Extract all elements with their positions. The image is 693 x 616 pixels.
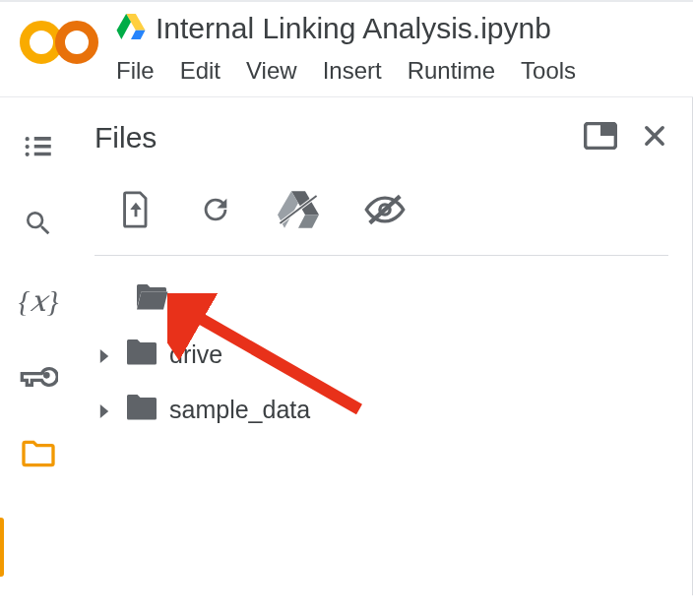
hide-hidden-icon[interactable] <box>364 193 406 230</box>
svg-rect-3 <box>600 123 615 136</box>
files-panel-title: Files <box>94 121 157 154</box>
menu-view[interactable]: View <box>246 57 297 85</box>
tree-item-label[interactable]: drive <box>169 340 222 369</box>
folder-open-icon <box>134 281 169 317</box>
main: {𝑥} Files <box>0 97 693 595</box>
menu-tools[interactable]: Tools <box>521 57 576 85</box>
mount-drive-icon[interactable] <box>278 191 319 232</box>
files-panel-header: Files <box>94 121 668 154</box>
title-area: Internal Linking Analysis.ipynb File Edi… <box>116 12 576 91</box>
tree-row[interactable]: drive <box>94 327 668 382</box>
expand-icon[interactable] <box>94 396 114 424</box>
tree-row[interactable]: sample_data <box>94 382 668 437</box>
menu-edit[interactable]: Edit <box>180 57 220 85</box>
folder-icon <box>124 392 159 427</box>
menu-insert[interactable]: Insert <box>323 57 382 85</box>
left-rail: {𝑥} <box>0 97 77 595</box>
tree-parent-label[interactable]: .. <box>179 285 193 314</box>
secrets-icon[interactable] <box>19 357 58 397</box>
variables-icon[interactable]: {𝑥} <box>19 280 58 320</box>
menu-file[interactable]: File <box>116 57 155 85</box>
files-toolbar <box>94 184 668 256</box>
expand-icon[interactable] <box>94 340 114 369</box>
colab-logo-icon <box>20 18 98 71</box>
active-rail-indicator <box>0 518 4 577</box>
toc-icon[interactable] <box>19 127 58 166</box>
doc-title[interactable]: Internal Linking Analysis.ipynb <box>156 12 551 45</box>
files-icon[interactable] <box>19 434 58 473</box>
drive-icon <box>116 14 146 43</box>
popout-icon[interactable] <box>584 122 617 154</box>
svg-point-1 <box>60 26 94 59</box>
svg-point-0 <box>25 26 58 59</box>
files-panel: Files <box>77 97 693 595</box>
top-bar: Internal Linking Analysis.ipynb File Edi… <box>0 0 693 97</box>
tree-item-label[interactable]: sample_data <box>169 396 310 424</box>
search-icon[interactable] <box>19 204 58 243</box>
folder-icon <box>124 337 159 372</box>
close-icon[interactable] <box>641 122 668 154</box>
title-row: Internal Linking Analysis.ipynb <box>116 12 576 45</box>
files-panel-controls <box>584 122 668 154</box>
upload-icon[interactable] <box>118 190 154 233</box>
refresh-icon[interactable] <box>199 193 232 230</box>
menu-runtime[interactable]: Runtime <box>408 57 495 85</box>
tree-parent-row[interactable]: .. <box>94 272 668 327</box>
file-tree: .. drive sample_data <box>94 256 668 437</box>
menubar: File Edit View Insert Runtime Tools <box>116 53 576 91</box>
